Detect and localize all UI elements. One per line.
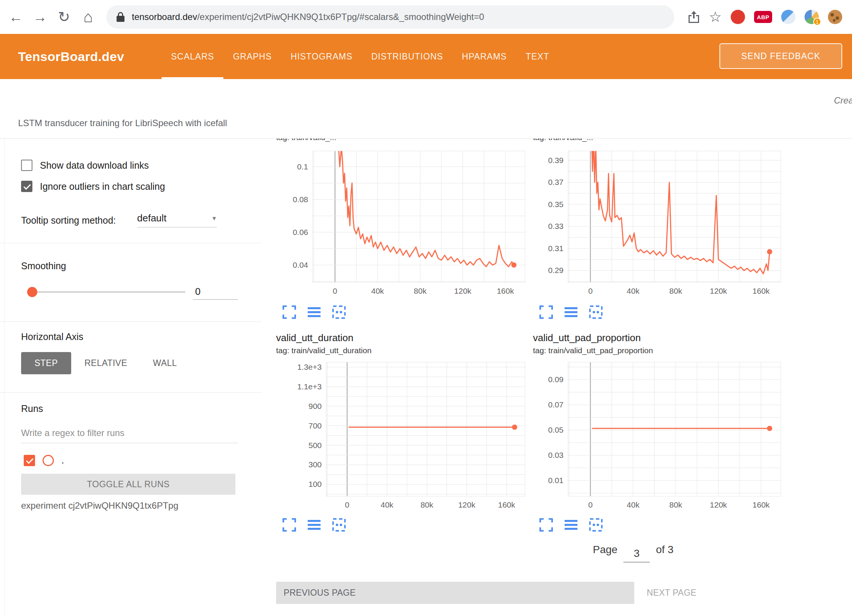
svg-text:0.07: 0.07 <box>548 400 563 409</box>
smoothing-slider[interactable] <box>27 284 185 300</box>
svg-text:160k: 160k <box>753 287 770 295</box>
tab-scalars[interactable]: SCALARS <box>162 34 223 79</box>
chart-plot[interactable]: 0.390.370.350.330.310.29040k80k120k160k <box>533 150 782 298</box>
abp-extension-icon[interactable]: ABP <box>754 11 772 23</box>
axis-relative-button[interactable]: RELATIVE <box>81 352 130 374</box>
show-download-checkbox[interactable] <box>21 160 32 171</box>
settings-sidebar: Show data download links Ignore outliers… <box>0 139 261 616</box>
fit-domain-button[interactable] <box>331 304 347 320</box>
svg-text:120k: 120k <box>710 287 727 295</box>
smoothing-value-input[interactable]: 0 <box>193 286 238 300</box>
fit-domain-button[interactable] <box>588 304 604 320</box>
slider-track <box>30 291 185 293</box>
expand-chart-button[interactable] <box>281 304 297 320</box>
back-button[interactable]: ← <box>8 7 24 27</box>
svg-text:0.1: 0.1 <box>297 162 308 171</box>
axis-wall-button[interactable]: WALL <box>145 352 185 374</box>
lock-icon <box>116 11 125 23</box>
svg-text:0: 0 <box>345 500 350 509</box>
svg-text:0.08: 0.08 <box>293 195 308 204</box>
runs-filter-input[interactable] <box>21 428 238 443</box>
expand-chart-button[interactable] <box>281 517 297 533</box>
divider <box>0 392 261 393</box>
svg-text:1.1e+3: 1.1e+3 <box>297 382 322 391</box>
chart-actions <box>281 304 347 320</box>
adblock-extension-icon[interactable] <box>731 10 745 24</box>
svg-text:0.03: 0.03 <box>548 451 563 459</box>
chart-actions <box>538 517 604 533</box>
blue-extension-icon[interactable] <box>781 10 796 24</box>
svg-text:160k: 160k <box>497 287 514 295</box>
svg-text:0.29: 0.29 <box>548 266 563 274</box>
axis-step-button[interactable]: STEP <box>21 352 71 374</box>
tooltip-sorting-value: default <box>137 212 166 224</box>
cookie-extension-icon[interactable] <box>828 10 842 24</box>
svg-text:0: 0 <box>588 287 593 295</box>
chart-tag-clipped: tag: train/valid_... <box>276 139 517 143</box>
tab-histograms[interactable]: HISTOGRAMS <box>281 34 362 79</box>
data-table-button[interactable] <box>306 517 322 533</box>
chart-plot[interactable]: 1.3e+31.1e+3900700500300100040k80k120k16… <box>276 361 526 512</box>
svg-text:1.3e+3: 1.3e+3 <box>297 363 322 371</box>
tab-text[interactable]: TEXT <box>516 34 559 79</box>
fit-domain-button[interactable] <box>588 517 604 533</box>
share-icon[interactable] <box>688 10 700 24</box>
svg-text:500: 500 <box>308 441 322 450</box>
run-color-swatch[interactable] <box>43 455 54 466</box>
reload-button[interactable]: ↻ <box>56 7 72 27</box>
divider <box>0 243 261 243</box>
ignore-outliers-checkbox[interactable] <box>21 181 32 192</box>
tab-distributions[interactable]: DISTRIBUTIONS <box>362 34 453 79</box>
svg-text:0.31: 0.31 <box>548 244 563 253</box>
experiment-header: Crea LSTM transducer training for LibriS… <box>0 79 852 139</box>
page-number-input[interactable]: 3 <box>623 547 650 563</box>
home-button[interactable]: ⌂ <box>80 7 96 27</box>
expand-chart-button[interactable] <box>538 517 554 533</box>
tooltip-sorting-select[interactable]: default ▼ <box>137 212 217 227</box>
data-table-button[interactable] <box>306 304 322 320</box>
experiment-id-label: experiment cj2vtPiwQHKN9Q1tx6PTpg <box>21 500 179 511</box>
svg-text:40k: 40k <box>381 500 394 509</box>
send-feedback-button[interactable]: SEND FEEDBACK <box>719 43 842 69</box>
data-table-button[interactable] <box>563 517 579 533</box>
horizontal-axis-buttons: STEP RELATIVE WALL <box>0 352 261 374</box>
svg-text:0.01: 0.01 <box>548 476 563 485</box>
tab-graphs[interactable]: GRAPHS <box>223 34 281 79</box>
page-label: Page <box>593 543 617 556</box>
toggle-all-runs-button[interactable]: TOGGLE ALL RUNS <box>21 474 235 495</box>
show-download-label: Show data download links <box>40 160 149 171</box>
run-checkbox[interactable] <box>24 455 35 466</box>
horizontal-axis-label: Horizontal Axis <box>21 331 83 342</box>
svg-text:0.37: 0.37 <box>548 178 563 186</box>
address-bar[interactable]: tensorboard.dev/experiment/cj2vtPiwQHKN9… <box>106 5 674 29</box>
svg-text:300: 300 <box>308 460 322 469</box>
svg-text:0: 0 <box>333 287 337 295</box>
data-table-button[interactable] <box>563 304 579 320</box>
experiment-description: LSTM transducer training for LibriSpeech… <box>18 118 227 128</box>
pie-extension-icon[interactable]: 1 <box>805 10 819 24</box>
svg-text:120k: 120k <box>710 500 727 509</box>
page-of-label: of 3 <box>656 543 673 556</box>
svg-text:0.05: 0.05 <box>548 425 563 434</box>
next-page-button[interactable]: NEXT PAGE <box>647 582 696 604</box>
svg-text:40k: 40k <box>371 287 384 295</box>
expand-chart-button[interactable] <box>538 304 554 320</box>
tensorboard-appbar: TensorBoard.dev SCALARS GRAPHS HISTOGRAM… <box>0 34 852 79</box>
runs-label: Runs <box>21 403 43 414</box>
chart-plot[interactable]: 0.10.080.060.04040k80k120k160k <box>276 150 526 298</box>
bookmark-star-icon[interactable]: ☆ <box>709 9 722 25</box>
chart-plot[interactable]: 0.090.070.050.030.01040k80k120k160k <box>533 361 782 512</box>
fit-domain-button[interactable] <box>331 517 347 533</box>
previous-page-button[interactable]: PREVIOUS PAGE <box>276 582 634 604</box>
svg-text:0.33: 0.33 <box>548 222 563 230</box>
forward-button[interactable]: → <box>32 7 48 27</box>
url-host: tensorboard.dev <box>132 12 197 22</box>
svg-text:80k: 80k <box>669 500 682 509</box>
svg-text:0.35: 0.35 <box>548 200 563 209</box>
svg-text:160k: 160k <box>753 500 770 509</box>
chrome-actions: ☆ ABP 1 <box>688 9 842 25</box>
show-download-row: Show data download links <box>21 160 149 171</box>
svg-text:160k: 160k <box>498 500 515 509</box>
tab-hparams[interactable]: HPARAMS <box>452 34 516 79</box>
slider-thumb[interactable] <box>27 287 37 297</box>
